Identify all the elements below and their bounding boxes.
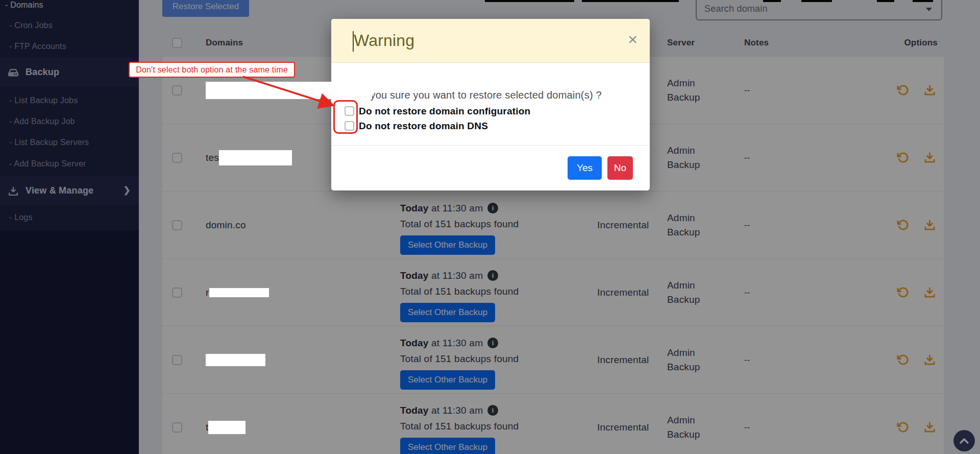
app-root: - Domains - Cron Jobs - FTP Accounts Bac…: [0, 0, 980, 454]
redaction-box: [208, 421, 246, 434]
warning-modal: Warning × Are you sure you want to resto…: [331, 19, 650, 190]
annotation-highlight-rect: [333, 100, 358, 134]
redaction-box: [219, 150, 292, 165]
modal-title: Warning: [354, 31, 414, 50]
checkbox-label: Do not restore domain configuration: [359, 106, 530, 117]
checkbox-label: Do not restore domain DNS: [359, 121, 488, 132]
checkbox-row-configuration: Do not restore domain configuration: [338, 104, 629, 118]
modal-footer: Yes No: [331, 145, 650, 190]
text-cursor: [353, 31, 354, 52]
no-button[interactable]: No: [607, 156, 633, 180]
redaction-box: [209, 288, 269, 297]
close-icon[interactable]: ×: [628, 31, 638, 47]
modal-header: Warning ×: [331, 19, 650, 63]
redaction-box: [206, 354, 265, 366]
annotation-arrow: [235, 70, 347, 114]
modal-message: Are you sure you want to restore selecte…: [351, 89, 629, 101]
modal-body: Are you sure you want to restore selecte…: [331, 63, 650, 139]
checkbox-row-dns: Do not restore domain DNS: [338, 118, 629, 133]
yes-button[interactable]: Yes: [568, 156, 602, 180]
